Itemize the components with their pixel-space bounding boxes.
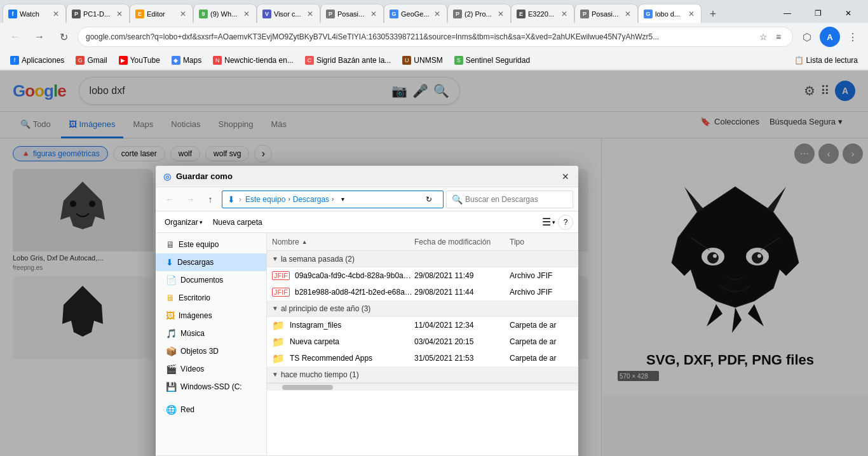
file-group-long-ago[interactable]: ▼ hace mucho tiempo (1) <box>267 366 578 383</box>
tab-close-button[interactable]: ✕ <box>115 8 124 20</box>
bookmark-item[interactable]: S Sentinel Seguridad <box>449 55 535 66</box>
bookmark-label: Sigrid Bazán ante la... <box>316 56 391 65</box>
file-item-nueva-carpeta[interactable]: 📁 Nueva carpeta 03/04/2021 20:15 Carpeta… <box>267 333 578 350</box>
tab-close-button[interactable]: ✕ <box>306 8 315 20</box>
extensions-icon[interactable]: ⬡ <box>797 27 817 47</box>
sidebar-images[interactable]: 🖼 Imágenes <box>156 307 266 325</box>
restore-button[interactable]: ❐ <box>803 4 832 23</box>
breadcrumb-computer[interactable]: Este equipo <box>245 195 285 204</box>
profile-icon[interactable]: A <box>820 27 840 47</box>
file-item-instagram[interactable]: 📁 Instagram_files 11/04/2021 12:34 Carpe… <box>267 317 578 333</box>
organize-dropdown-icon: ▾ <box>200 219 203 225</box>
dialog-search-box[interactable]: 🔍 <box>446 191 573 208</box>
dialog-sidebar: 🖥 Este equipo ⬇ Descargas 📄 Documentos 🖥… <box>156 233 267 455</box>
tab-close-button[interactable]: ✕ <box>369 8 378 20</box>
tab-title: Watch <box>20 10 49 18</box>
browser-tab-t3[interactable]: E Editor ✕ <box>130 4 193 23</box>
tab-favicon: P <box>326 10 335 18</box>
bookmark-item[interactable]: ◆ Maps <box>166 55 207 66</box>
dialog-content: 🖥 Este equipo ⬇ Descargas 📄 Documentos 🖥… <box>156 233 578 455</box>
browser-tab-t9[interactable]: E E3220... ✕ <box>511 4 574 23</box>
browser-tab-t2[interactable]: P PC1-D... ✕ <box>66 4 130 23</box>
bookmark-item[interactable]: ▶ YouTube <box>114 55 165 66</box>
browser-tab-t8[interactable]: P (2) Pro... ✕ <box>447 4 511 23</box>
sort-name-button[interactable]: Nombre ▲ <box>272 238 414 246</box>
help-button[interactable]: ? <box>558 215 573 230</box>
dialog-search-input[interactable] <box>465 195 567 204</box>
dialog-title-bar: ◎ Guardar como ✕ <box>156 166 578 187</box>
dialog-back-button[interactable]: ← <box>161 191 179 208</box>
address-bar: ← → ↻ google.com/search?q=lobo+dxf&sxsrf… <box>0 23 868 51</box>
sidebar-videos[interactable]: 🎬 Vídeos <box>156 360 266 378</box>
close-button[interactable]: ✕ <box>834 4 863 23</box>
bookmark-label: UNMSM <box>414 56 442 65</box>
file-group-last-week[interactable]: ▼ la semana pasada (2) <box>267 251 578 267</box>
reload-button[interactable]: ↻ <box>53 27 74 47</box>
dialog-title: ◎ Guardar como <box>163 171 558 182</box>
breadcrumb-dropdown[interactable]: ▾ <box>336 193 349 206</box>
browser-tab-t7[interactable]: G GeoGe... ✕ <box>384 4 447 23</box>
tab-close-button[interactable]: ✕ <box>623 8 632 20</box>
tab-close-button[interactable]: ✕ <box>496 8 505 20</box>
file-item-1[interactable]: JFIF 09a9ca0a-fd9c-4cbd-828a-9b0a95f43c0… <box>267 267 578 284</box>
window-controls: — ❐ ✕ <box>773 4 868 23</box>
dialog-refresh-button[interactable]: ↻ <box>420 191 438 208</box>
browser-tab-t11[interactable]: G lobo d... ✕ <box>638 4 702 23</box>
address-input-wrap[interactable]: google.com/search?q=lobo+dxf&sxsrf=AOaem… <box>78 27 793 47</box>
tab-close-button[interactable]: ✕ <box>179 8 187 20</box>
documents-icon: 📄 <box>166 275 177 285</box>
minimize-button[interactable]: — <box>773 4 802 23</box>
sidebar-music[interactable]: 🎵 Música <box>156 325 266 342</box>
sidebar-downloads[interactable]: ⬇ Descargas <box>156 253 266 271</box>
file-item-ts[interactable]: 📁 TS Recommended Apps 31/05/2021 21:53 C… <box>267 350 578 366</box>
reading-list-button[interactable]: 📋 Lista de lectura <box>789 55 863 66</box>
tab-title: Visor c... <box>274 10 303 18</box>
file-item-2[interactable]: JFIF b281e988-a0d8-42f1-b2ed-e68aa7d54a3… <box>267 284 578 300</box>
horizontal-scrollbar[interactable] <box>267 383 578 391</box>
tab-close-button[interactable]: ✕ <box>687 8 696 20</box>
tab-favicon: 9 <box>199 10 208 18</box>
bookmark-item[interactable]: U UNMSM <box>397 55 447 66</box>
bookmark-item[interactable]: C Sigrid Bazán ante la... <box>300 55 396 66</box>
page-content: Google lobo dxf 📷 🎤 🔍 ⚙ ⠿ A 🔍 Todo 🖼 Imá… <box>0 70 868 456</box>
organize-button[interactable]: Organizar ▾ <box>161 215 207 229</box>
sidebar-network[interactable]: 🌐 Red <box>156 401 266 419</box>
tab-bar: f Watch ✕ P PC1-D... ✕ E Editor ✕ 9 (9) … <box>0 0 868 23</box>
browser-tab-t4[interactable]: 9 (9) Wh... ✕ <box>193 4 257 23</box>
dialog-forward-button[interactable]: → <box>181 191 199 208</box>
back-button[interactable]: ← <box>5 27 25 47</box>
bookmark-label: Aplicaciones <box>22 56 64 65</box>
menu-icon[interactable]: ⋮ <box>843 27 863 47</box>
bookmark-item[interactable]: G Gmail <box>71 55 112 66</box>
browser-tab-t1[interactable]: f Watch ✕ <box>3 4 66 23</box>
sidebar-computer[interactable]: 🖥 Este equipo <box>156 236 266 253</box>
forward-button[interactable]: → <box>29 27 50 47</box>
sidebar-windows-ssd[interactable]: 💾 Windows-SSD (C: <box>156 378 266 396</box>
tab-close-button[interactable]: ✕ <box>51 8 60 20</box>
sidebar-documents[interactable]: 📄 Documentos <box>156 271 266 289</box>
file-group-this-year[interactable]: ▼ al principio de este año (3) <box>267 300 578 317</box>
jfif-icon-2: JFIF <box>272 288 290 297</box>
sidebar-desktop[interactable]: 🖥 Escritorio <box>156 289 266 307</box>
dialog-up-button[interactable]: ↑ <box>201 191 219 208</box>
breadcrumb-downloads[interactable]: Descargas <box>293 195 329 204</box>
scrollbar-thumb[interactable] <box>282 385 333 390</box>
bookmark-item[interactable]: N Newchic-tienda en... <box>208 55 299 66</box>
bookmark-item[interactable]: f Aplicaciones <box>5 55 69 66</box>
browser-tab-t5[interactable]: V Visor c... ✕ <box>257 4 320 23</box>
sidebar-3dobjects[interactable]: 📦 Objetos 3D <box>156 342 266 360</box>
tab-close-button[interactable]: ✕ <box>560 8 569 20</box>
dialog-close-button[interactable]: ✕ <box>558 169 573 184</box>
new-folder-button[interactable]: Nueva carpeta <box>209 215 266 229</box>
read-icon[interactable]: ≡ <box>772 30 785 43</box>
tab-close-button[interactable]: ✕ <box>242 8 251 20</box>
group-toggle-icon-2: ▼ <box>272 305 278 312</box>
browser-tab-t6[interactable]: P Posasi... ✕ <box>320 4 384 23</box>
new-tab-button[interactable]: + <box>704 5 722 23</box>
browser-tab-t10[interactable]: P Posasi... ✕ <box>574 4 638 23</box>
view-toggle-button[interactable]: ☰ ▾ <box>542 216 555 228</box>
tab-close-button[interactable]: ✕ <box>433 8 442 20</box>
bookmark-favicon: ◆ <box>172 56 180 65</box>
tab-favicon: G <box>644 10 653 18</box>
star-icon[interactable]: ☆ <box>757 30 770 43</box>
